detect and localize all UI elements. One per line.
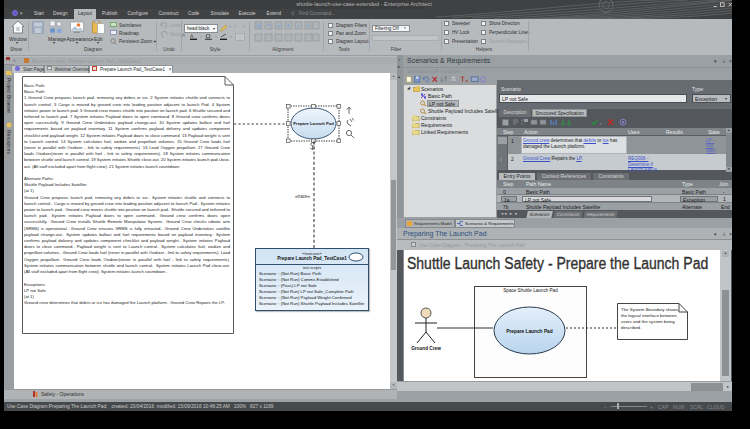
svg-text:Ground Crew: Ground Crew	[411, 346, 441, 351]
svg-text:Prepare Launch Pad: Prepare Launch Pad	[293, 121, 334, 126]
svg-text:Prepare Launch Pad: Prepare Launch Pad	[506, 329, 552, 334]
svg-text:A: A	[190, 34, 194, 39]
